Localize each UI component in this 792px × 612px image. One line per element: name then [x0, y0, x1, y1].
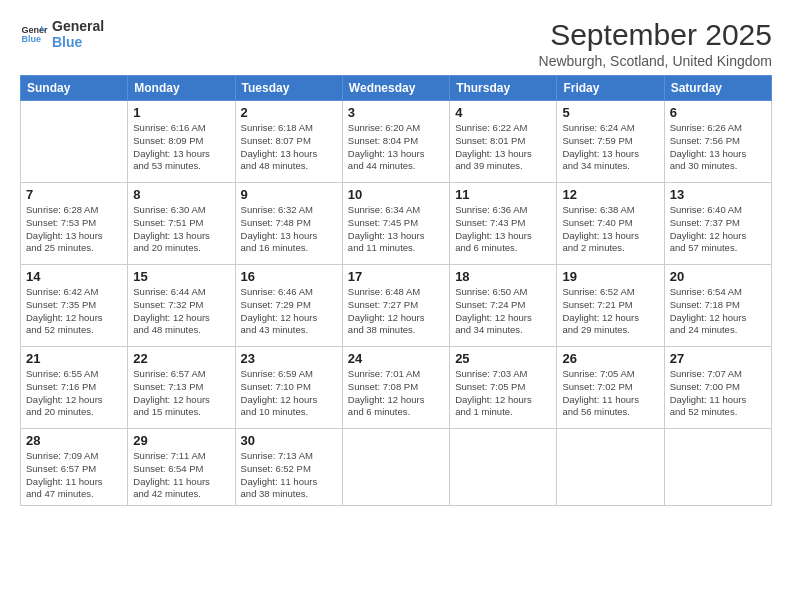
calendar-week-2: 14Sunrise: 6:42 AM Sunset: 7:35 PM Dayli…: [21, 265, 772, 347]
day-number: 1: [133, 105, 229, 120]
calendar-cell: 23Sunrise: 6:59 AM Sunset: 7:10 PM Dayli…: [235, 347, 342, 429]
day-number: 27: [670, 351, 766, 366]
day-info: Sunrise: 6:40 AM Sunset: 7:37 PM Dayligh…: [670, 204, 766, 255]
col-saturday: Saturday: [664, 76, 771, 101]
calendar: Sunday Monday Tuesday Wednesday Thursday…: [20, 75, 772, 506]
day-info: Sunrise: 6:28 AM Sunset: 7:53 PM Dayligh…: [26, 204, 122, 255]
day-number: 24: [348, 351, 444, 366]
day-number: 2: [241, 105, 337, 120]
calendar-cell: 24Sunrise: 7:01 AM Sunset: 7:08 PM Dayli…: [342, 347, 449, 429]
calendar-cell: 4Sunrise: 6:22 AM Sunset: 8:01 PM Daylig…: [450, 101, 557, 183]
calendar-cell: [450, 429, 557, 506]
calendar-cell: 19Sunrise: 6:52 AM Sunset: 7:21 PM Dayli…: [557, 265, 664, 347]
calendar-cell: 17Sunrise: 6:48 AM Sunset: 7:27 PM Dayli…: [342, 265, 449, 347]
col-wednesday: Wednesday: [342, 76, 449, 101]
calendar-cell: 2Sunrise: 6:18 AM Sunset: 8:07 PM Daylig…: [235, 101, 342, 183]
day-number: 3: [348, 105, 444, 120]
calendar-cell: 22Sunrise: 6:57 AM Sunset: 7:13 PM Dayli…: [128, 347, 235, 429]
calendar-cell: [664, 429, 771, 506]
calendar-week-1: 7Sunrise: 6:28 AM Sunset: 7:53 PM Daylig…: [21, 183, 772, 265]
calendar-cell: 13Sunrise: 6:40 AM Sunset: 7:37 PM Dayli…: [664, 183, 771, 265]
day-info: Sunrise: 6:44 AM Sunset: 7:32 PM Dayligh…: [133, 286, 229, 337]
calendar-cell: 14Sunrise: 6:42 AM Sunset: 7:35 PM Dayli…: [21, 265, 128, 347]
logo-text-line1: General: [52, 18, 104, 34]
calendar-week-0: 1Sunrise: 6:16 AM Sunset: 8:09 PM Daylig…: [21, 101, 772, 183]
day-info: Sunrise: 6:20 AM Sunset: 8:04 PM Dayligh…: [348, 122, 444, 173]
calendar-cell: 16Sunrise: 6:46 AM Sunset: 7:29 PM Dayli…: [235, 265, 342, 347]
day-info: Sunrise: 7:07 AM Sunset: 7:00 PM Dayligh…: [670, 368, 766, 419]
day-info: Sunrise: 6:57 AM Sunset: 7:13 PM Dayligh…: [133, 368, 229, 419]
calendar-cell: 5Sunrise: 6:24 AM Sunset: 7:59 PM Daylig…: [557, 101, 664, 183]
day-info: Sunrise: 6:55 AM Sunset: 7:16 PM Dayligh…: [26, 368, 122, 419]
day-info: Sunrise: 6:46 AM Sunset: 7:29 PM Dayligh…: [241, 286, 337, 337]
calendar-cell: [557, 429, 664, 506]
day-number: 30: [241, 433, 337, 448]
calendar-cell: 7Sunrise: 6:28 AM Sunset: 7:53 PM Daylig…: [21, 183, 128, 265]
day-info: Sunrise: 6:34 AM Sunset: 7:45 PM Dayligh…: [348, 204, 444, 255]
calendar-cell: 3Sunrise: 6:20 AM Sunset: 8:04 PM Daylig…: [342, 101, 449, 183]
day-number: 20: [670, 269, 766, 284]
calendar-cell: 21Sunrise: 6:55 AM Sunset: 7:16 PM Dayli…: [21, 347, 128, 429]
day-info: Sunrise: 6:42 AM Sunset: 7:35 PM Dayligh…: [26, 286, 122, 337]
day-number: 18: [455, 269, 551, 284]
calendar-cell: 12Sunrise: 6:38 AM Sunset: 7:40 PM Dayli…: [557, 183, 664, 265]
day-number: 29: [133, 433, 229, 448]
day-info: Sunrise: 6:18 AM Sunset: 8:07 PM Dayligh…: [241, 122, 337, 173]
day-info: Sunrise: 7:11 AM Sunset: 6:54 PM Dayligh…: [133, 450, 229, 501]
location: Newburgh, Scotland, United Kingdom: [539, 53, 772, 69]
day-info: Sunrise: 7:09 AM Sunset: 6:57 PM Dayligh…: [26, 450, 122, 501]
day-number: 26: [562, 351, 658, 366]
calendar-cell: 9Sunrise: 6:32 AM Sunset: 7:48 PM Daylig…: [235, 183, 342, 265]
logo-icon: General Blue: [20, 20, 48, 48]
col-thursday: Thursday: [450, 76, 557, 101]
day-info: Sunrise: 7:03 AM Sunset: 7:05 PM Dayligh…: [455, 368, 551, 419]
day-info: Sunrise: 6:36 AM Sunset: 7:43 PM Dayligh…: [455, 204, 551, 255]
calendar-cell: 30Sunrise: 7:13 AM Sunset: 6:52 PM Dayli…: [235, 429, 342, 506]
day-number: 17: [348, 269, 444, 284]
day-number: 6: [670, 105, 766, 120]
day-info: Sunrise: 6:52 AM Sunset: 7:21 PM Dayligh…: [562, 286, 658, 337]
col-friday: Friday: [557, 76, 664, 101]
day-number: 28: [26, 433, 122, 448]
day-info: Sunrise: 6:30 AM Sunset: 7:51 PM Dayligh…: [133, 204, 229, 255]
calendar-cell: 15Sunrise: 6:44 AM Sunset: 7:32 PM Dayli…: [128, 265, 235, 347]
title-block: September 2025 Newburgh, Scotland, Unite…: [539, 18, 772, 69]
day-info: Sunrise: 6:32 AM Sunset: 7:48 PM Dayligh…: [241, 204, 337, 255]
header: General Blue General Blue September 2025…: [20, 18, 772, 69]
calendar-cell: 8Sunrise: 6:30 AM Sunset: 7:51 PM Daylig…: [128, 183, 235, 265]
calendar-cell: 26Sunrise: 7:05 AM Sunset: 7:02 PM Dayli…: [557, 347, 664, 429]
day-number: 4: [455, 105, 551, 120]
svg-text:Blue: Blue: [21, 34, 41, 44]
day-number: 13: [670, 187, 766, 202]
calendar-cell: 18Sunrise: 6:50 AM Sunset: 7:24 PM Dayli…: [450, 265, 557, 347]
day-info: Sunrise: 6:24 AM Sunset: 7:59 PM Dayligh…: [562, 122, 658, 173]
day-number: 8: [133, 187, 229, 202]
calendar-cell: 28Sunrise: 7:09 AM Sunset: 6:57 PM Dayli…: [21, 429, 128, 506]
day-number: 12: [562, 187, 658, 202]
day-info: Sunrise: 6:38 AM Sunset: 7:40 PM Dayligh…: [562, 204, 658, 255]
day-number: 9: [241, 187, 337, 202]
calendar-cell: 20Sunrise: 6:54 AM Sunset: 7:18 PM Dayli…: [664, 265, 771, 347]
day-info: Sunrise: 6:22 AM Sunset: 8:01 PM Dayligh…: [455, 122, 551, 173]
day-number: 7: [26, 187, 122, 202]
month-title: September 2025: [539, 18, 772, 51]
day-number: 15: [133, 269, 229, 284]
calendar-cell: 1Sunrise: 6:16 AM Sunset: 8:09 PM Daylig…: [128, 101, 235, 183]
calendar-cell: 25Sunrise: 7:03 AM Sunset: 7:05 PM Dayli…: [450, 347, 557, 429]
calendar-cell: 6Sunrise: 6:26 AM Sunset: 7:56 PM Daylig…: [664, 101, 771, 183]
logo: General Blue General Blue: [20, 18, 104, 50]
day-number: 16: [241, 269, 337, 284]
day-number: 14: [26, 269, 122, 284]
day-info: Sunrise: 6:54 AM Sunset: 7:18 PM Dayligh…: [670, 286, 766, 337]
day-info: Sunrise: 6:48 AM Sunset: 7:27 PM Dayligh…: [348, 286, 444, 337]
day-number: 23: [241, 351, 337, 366]
day-info: Sunrise: 6:50 AM Sunset: 7:24 PM Dayligh…: [455, 286, 551, 337]
calendar-cell: 11Sunrise: 6:36 AM Sunset: 7:43 PM Dayli…: [450, 183, 557, 265]
col-sunday: Sunday: [21, 76, 128, 101]
day-info: Sunrise: 6:16 AM Sunset: 8:09 PM Dayligh…: [133, 122, 229, 173]
day-info: Sunrise: 7:13 AM Sunset: 6:52 PM Dayligh…: [241, 450, 337, 501]
calendar-week-3: 21Sunrise: 6:55 AM Sunset: 7:16 PM Dayli…: [21, 347, 772, 429]
day-number: 10: [348, 187, 444, 202]
calendar-cell: 29Sunrise: 7:11 AM Sunset: 6:54 PM Dayli…: [128, 429, 235, 506]
day-info: Sunrise: 7:01 AM Sunset: 7:08 PM Dayligh…: [348, 368, 444, 419]
